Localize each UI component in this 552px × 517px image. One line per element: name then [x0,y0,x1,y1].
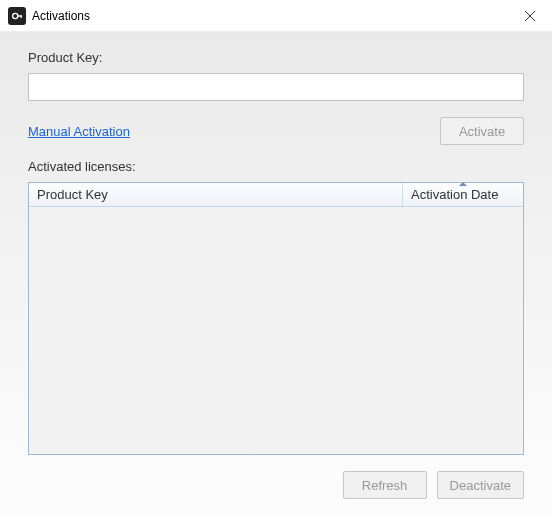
table-body [29,207,523,454]
key-icon [8,7,26,25]
activated-licenses-label: Activated licenses: [28,159,524,174]
close-icon [525,11,535,21]
svg-point-0 [13,13,18,18]
column-product-key[interactable]: Product Key [29,183,403,206]
footer-buttons: Refresh Deactivate [28,471,524,499]
svg-rect-2 [21,15,22,18]
column-product-key-label: Product Key [37,187,108,202]
product-key-label: Product Key: [28,50,524,65]
refresh-button[interactable]: Refresh [343,471,427,499]
close-button[interactable] [507,0,552,32]
column-activation-date[interactable]: Activation Date [403,183,523,206]
column-activation-date-label: Activation Date [411,187,498,202]
sort-ascending-icon [459,182,467,186]
content-area: Product Key: Manual Activation Activate … [0,32,552,517]
manual-activation-link[interactable]: Manual Activation [28,124,130,139]
activate-button[interactable]: Activate [440,117,524,145]
action-row: Manual Activation Activate [28,117,524,145]
product-key-input[interactable] [28,73,524,101]
titlebar: Activations [0,0,552,32]
window-title: Activations [32,9,507,23]
table-header: Product Key Activation Date [29,183,523,207]
licenses-table: Product Key Activation Date [28,182,524,455]
activations-window: Activations Product Key: Manual Activati… [0,0,552,517]
deactivate-button[interactable]: Deactivate [437,471,524,499]
